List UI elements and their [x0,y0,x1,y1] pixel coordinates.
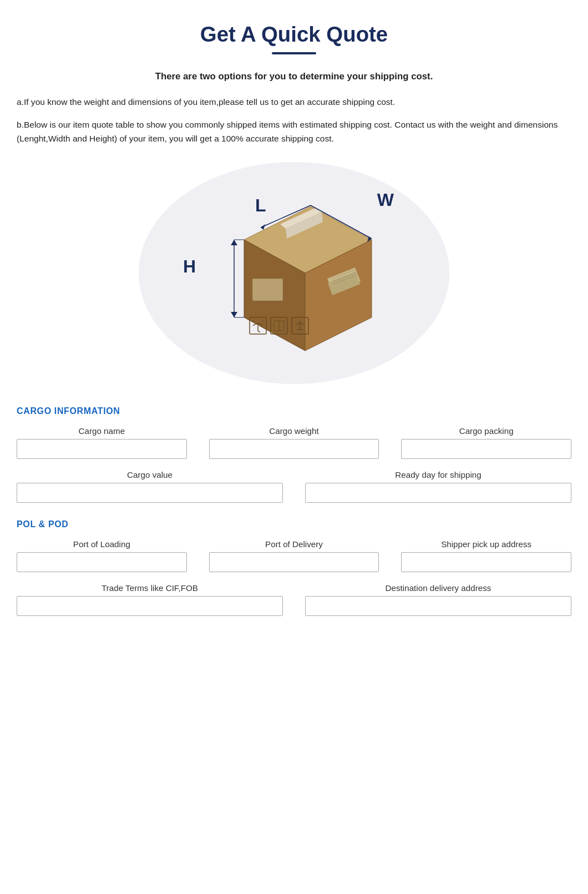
svg-marker-25 [231,312,237,317]
destination-delivery-field: Destination delivery address [305,583,571,616]
box-svg-wrapper: L W H [178,179,410,367]
cargo-weight-input[interactable] [209,439,379,459]
cargo-packing-field: Cargo packing [401,426,571,459]
port-loading-field: Port of Loading [17,539,187,572]
description-a: a.If you know the weight and dimensions … [17,95,571,109]
box-illustration-container: L W H [17,162,571,384]
cargo-section-header: CARGO INFORMATION [17,406,571,416]
port-delivery-input[interactable] [209,552,379,572]
port-delivery-label: Port of Delivery [209,539,379,549]
trade-terms-label: Trade Terms like CIF,FOB [17,583,283,593]
svg-marker-24 [231,240,237,245]
title-underline [272,52,316,54]
ready-day-label: Ready day for shipping [305,470,571,479]
cargo-packing-label: Cargo packing [401,426,571,436]
cargo-row-1: Cargo name Cargo weight Cargo packing [17,426,571,459]
trade-terms-field: Trade Terms like CIF,FOB [17,583,283,616]
box-svg [194,195,405,362]
pol-section-header: POL & POD [17,519,571,529]
cargo-name-input[interactable] [17,439,187,459]
description-b: b.Below is our item quote table to show … [17,118,571,146]
trade-terms-input[interactable] [17,596,283,616]
ready-day-input[interactable] [305,483,571,503]
destination-delivery-input[interactable] [305,596,571,616]
page-title: Get A Quick Quote [17,22,571,47]
shipper-pickup-field: Shipper pick up address [401,539,571,572]
cargo-packing-input[interactable] [401,439,571,459]
svg-rect-5 [252,279,283,301]
cargo-value-input[interactable] [17,483,283,503]
cargo-value-field: Cargo value [17,470,283,503]
pol-row-2: Trade Terms like CIF,FOB Destination del… [17,583,571,616]
cargo-weight-field: Cargo weight [209,426,379,459]
box-ellipse: L W H [139,162,449,384]
port-delivery-field: Port of Delivery [209,539,379,572]
shipper-pickup-input[interactable] [401,552,571,572]
port-loading-label: Port of Loading [17,539,187,549]
port-loading-input[interactable] [17,552,187,572]
shipper-pickup-label: Shipper pick up address [401,539,571,549]
cargo-weight-label: Cargo weight [209,426,379,436]
cargo-name-label: Cargo name [17,426,187,436]
cargo-name-field: Cargo name [17,426,187,459]
cargo-row-2: Cargo value Ready day for shipping [17,470,571,503]
cargo-value-label: Cargo value [17,470,283,479]
pol-row-1: Port of Loading Port of Delivery Shipper… [17,539,571,572]
ready-day-field: Ready day for shipping [305,470,571,503]
destination-delivery-label: Destination delivery address [305,583,571,593]
subtitle: There are two options for you to determi… [17,71,571,82]
